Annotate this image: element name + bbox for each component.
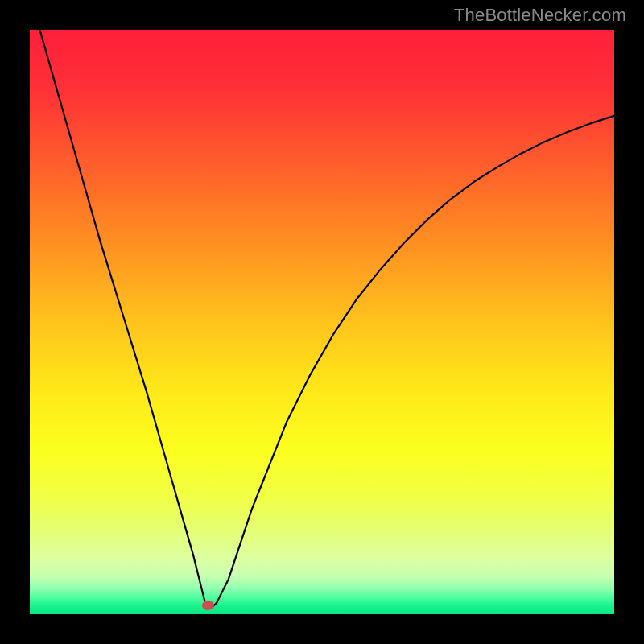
optimum-marker bbox=[202, 601, 214, 610]
chart-frame: TheBottleNecker.com bbox=[0, 0, 644, 644]
plot-area bbox=[30, 30, 614, 614]
watermark-text: TheBottleNecker.com bbox=[454, 5, 626, 26]
chart-svg bbox=[30, 30, 614, 614]
gradient-background bbox=[30, 30, 614, 614]
